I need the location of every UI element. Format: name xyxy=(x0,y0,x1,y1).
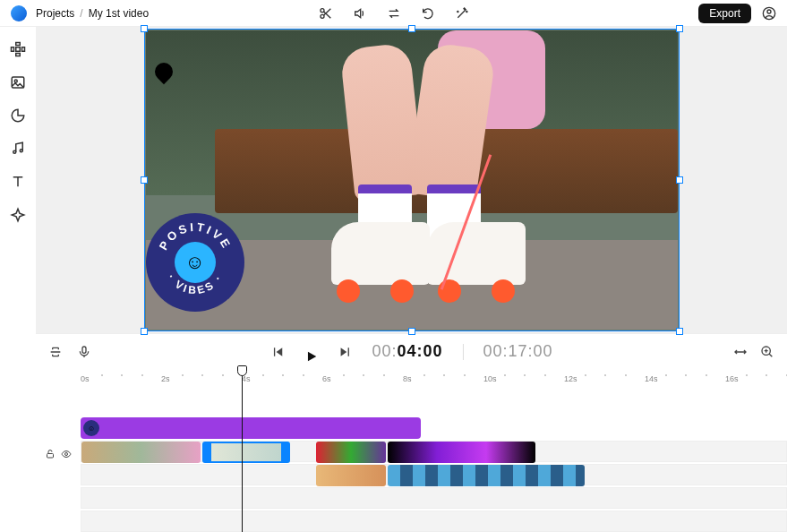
export-button[interactable]: Export xyxy=(698,4,751,23)
audio-clip[interactable]: ☺ xyxy=(81,417,421,439)
svg-rect-8 xyxy=(16,54,21,56)
resize-handle-top-mid[interactable] xyxy=(408,25,415,32)
svg-rect-15 xyxy=(82,347,86,353)
app-logo[interactable] xyxy=(11,5,27,21)
current-time: 00:04:00 xyxy=(372,342,442,361)
svg-rect-7 xyxy=(16,43,21,46)
templates-tool-icon[interactable] xyxy=(10,41,26,57)
ruler-label: 12s xyxy=(564,374,577,383)
selected-video-frame[interactable]: ☺ POSITIVE · VIBES · xyxy=(144,29,680,331)
magic-wand-icon[interactable] xyxy=(455,6,469,21)
rotate-icon[interactable] xyxy=(421,6,435,21)
positive-vibes-sticker[interactable]: ☺ POSITIVE · VIBES · xyxy=(146,213,244,312)
resize-handle-top-left[interactable] xyxy=(141,25,148,32)
svg-point-0 xyxy=(321,8,324,12)
canvas-area[interactable]: ☺ POSITIVE · VIBES · xyxy=(36,27,787,333)
audio-tool-icon[interactable] xyxy=(10,141,26,157)
resize-handle-mid-right[interactable] xyxy=(676,176,683,184)
ruler-label: 6s xyxy=(322,374,331,383)
video-clip-4[interactable] xyxy=(388,442,535,463)
microphone-icon[interactable] xyxy=(77,345,91,359)
video-preview: ☺ POSITIVE · VIBES · xyxy=(146,30,678,330)
track-audio[interactable]: ☺ xyxy=(81,417,787,439)
resize-handle-bottom-left[interactable] xyxy=(141,328,148,335)
video-clip-5[interactable] xyxy=(316,465,386,486)
text-tool-icon[interactable] xyxy=(10,174,26,190)
svg-point-18 xyxy=(65,453,68,456)
zoom-in-icon[interactable] xyxy=(760,345,774,359)
ruler-label: 2s xyxy=(161,374,170,383)
swap-icon[interactable] xyxy=(387,6,401,21)
playhead-knob[interactable] xyxy=(237,365,247,376)
ruler-label: 8s xyxy=(403,374,412,383)
volume-icon[interactable] xyxy=(353,6,367,21)
video-clip-2-selected[interactable] xyxy=(202,442,290,463)
track-video-1[interactable] xyxy=(81,441,787,462)
breadcrumb-title[interactable]: My 1st video xyxy=(89,7,149,20)
timeline-ruler[interactable]: 0s2s4s6s8s10s12s14s16s xyxy=(81,369,787,392)
svg-point-11 xyxy=(13,150,16,153)
svg-point-3 xyxy=(767,10,771,13)
svg-rect-4 xyxy=(16,47,21,52)
media-tool-icon[interactable] xyxy=(10,74,26,90)
breadcrumb-root[interactable]: Projects xyxy=(36,7,74,20)
effects-tool-icon[interactable] xyxy=(10,207,26,223)
play-button[interactable] xyxy=(304,345,318,359)
resize-handle-mid-left[interactable] xyxy=(141,176,148,184)
video-clip-6[interactable] xyxy=(388,465,585,486)
svg-rect-6 xyxy=(22,47,25,52)
fit-width-icon[interactable] xyxy=(733,345,748,359)
breadcrumb-separator: / xyxy=(80,7,82,20)
lock-icon[interactable] xyxy=(45,449,56,459)
cut-icon[interactable] xyxy=(319,6,333,21)
align-icon[interactable] xyxy=(48,345,63,359)
ruler-label: 16s xyxy=(725,374,739,383)
svg-point-12 xyxy=(20,150,22,152)
track-empty-1[interactable] xyxy=(81,487,787,509)
svg-point-10 xyxy=(14,80,17,82)
video-clip-1[interactable] xyxy=(81,442,201,463)
resize-handle-bottom-mid[interactable] xyxy=(408,328,415,335)
total-time: 00:17:00 xyxy=(483,342,553,361)
ruler-label: 14s xyxy=(645,374,658,383)
eye-icon[interactable] xyxy=(61,449,72,459)
track-empty-2[interactable] xyxy=(81,511,787,532)
track-video-2[interactable] xyxy=(81,464,787,485)
ruler-label: 10s xyxy=(483,374,497,383)
skip-back-icon[interactable] xyxy=(269,345,284,359)
resize-handle-bottom-right[interactable] xyxy=(676,328,683,335)
video-clip-3[interactable] xyxy=(316,442,386,463)
resize-handle-top-right[interactable] xyxy=(676,25,683,32)
shape-tool-icon[interactable] xyxy=(10,107,26,124)
skip-forward-icon[interactable] xyxy=(338,345,352,359)
svg-rect-17 xyxy=(47,454,54,459)
playhead[interactable] xyxy=(242,369,243,532)
svg-rect-5 xyxy=(12,47,14,52)
svg-point-1 xyxy=(321,14,324,18)
time-divider xyxy=(463,344,464,360)
user-avatar-icon[interactable] xyxy=(762,6,776,21)
ruler-label: 0s xyxy=(81,374,90,383)
breadcrumb: Projects / My 1st video xyxy=(36,7,149,20)
